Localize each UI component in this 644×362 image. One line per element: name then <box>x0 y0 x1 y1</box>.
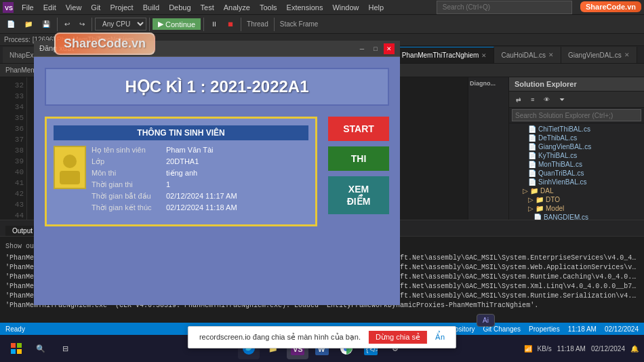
line-numbers: 3233343536373839404142434445464748495051… <box>0 77 27 220</box>
se-show-all-btn[interactable]: 👁 <box>540 95 554 104</box>
notification-icon[interactable]: 🔔 <box>630 345 639 353</box>
stack-label: Stack Frame <box>277 20 321 28</box>
svg-rect-5 <box>17 349 22 354</box>
modal-controls: ─ □ ✕ <box>357 43 395 54</box>
menu-file[interactable]: File <box>18 2 38 13</box>
sharecode-logo: ShareCode.vn <box>580 1 641 12</box>
modal-maximize-btn[interactable]: □ <box>370 43 381 54</box>
taskbar-left: 🔍 ⊟ <box>5 338 76 359</box>
se-properties-btn[interactable]: ≡ <box>527 95 538 104</box>
watermark-text: ShareCode.vn <box>54 33 155 55</box>
modal-body: THÔNG TIN SINH VIÊN Họ tên sinh viênPham… <box>45 117 389 226</box>
modal-content: HỌC KÌ 1 : 2021-2022A1 THÔNG TIN SINH VI… <box>34 57 400 305</box>
hide-link[interactable]: Ẩn <box>435 333 445 342</box>
menu-build[interactable]: Build <box>139 2 163 13</box>
tab-close-icon[interactable]: ✕ <box>481 52 487 59</box>
status-date: 02/12/2024 <box>605 325 639 333</box>
se-toolbar: ⇄ ≡ 👁 ⏷ <box>509 92 644 108</box>
thi-action-btn[interactable]: THI <box>328 146 389 171</box>
tab-close-icon[interactable]: ✕ <box>624 52 630 58</box>
menu-tools[interactable]: Tools <box>256 2 281 13</box>
se-item[interactable]: 📄KyThiBAL.cs <box>509 151 644 160</box>
se-item[interactable]: ▷📁DAL <box>509 186 644 195</box>
notification-text: recordscreen.io đang chia sẻ màn hình củ… <box>199 333 361 342</box>
stop-sharing-btn[interactable]: Dừng chia sẻ <box>369 331 427 344</box>
svg-rect-17 <box>60 171 80 184</box>
separator-3 <box>149 18 150 31</box>
pause-btn[interactable]: ⏸ <box>207 19 222 29</box>
task-view-btn[interactable]: ⊟ <box>54 338 76 359</box>
se-item[interactable]: 📄SinhVienBAL.cs <box>509 178 644 186</box>
start-action-btn[interactable]: START <box>328 117 389 141</box>
separator-6 <box>274 18 275 31</box>
status-left: Ready <box>5 325 25 333</box>
separator-5 <box>241 18 241 31</box>
taskbar-right: 📶 KB/s 11:18 AM 02/12/2024 🔔 <box>524 345 639 353</box>
menu-debug[interactable]: Debug <box>165 2 195 13</box>
modal-overlay: Đăng xuất ─ □ ✕ HỌC KÌ 1 : 2021-2022A1 T… <box>34 41 400 305</box>
student-info-row: Thời gian thi1 <box>92 180 308 189</box>
undo-btn[interactable]: ↩ <box>60 19 74 29</box>
save-btn[interactable]: 💾 <box>38 19 54 29</box>
main-search-input[interactable] <box>437 1 572 14</box>
thread-label: Thread <box>244 20 271 28</box>
se-item[interactable]: 📄MonThiBAL.cs <box>509 160 644 169</box>
open-btn[interactable]: 📁 <box>20 19 37 29</box>
solution-explorer-content: 📄ChiTietThiBAL.cs📄DeThibAL.cs📄GiangVienB… <box>509 123 644 220</box>
ai-badge: Ai <box>477 314 495 327</box>
continue-btn[interactable]: ▶ Continue <box>153 18 201 30</box>
se-item[interactable]: ▷📁DTO <box>509 195 644 204</box>
tab-giangvien-dal[interactable]: GiangVienDAL.cs ✕ <box>561 47 637 63</box>
se-item[interactable]: 📄BANGDIEM.cs <box>509 213 644 220</box>
tab-label: GiangVienDAL.cs <box>568 52 622 59</box>
new-file-btn[interactable]: 📄 <box>3 19 19 29</box>
student-info-row: Thời gian bắt đầu02/12/2024 11:17 AM <box>92 192 308 201</box>
svg-point-16 <box>63 155 77 168</box>
stop-btn[interactable]: ⏹ <box>223 19 238 29</box>
modal-close-btn[interactable]: ✕ <box>384 43 395 54</box>
student-info-row: Thời gian kết thúc02/12/2024 11:18 AM <box>92 203 308 212</box>
menu-edit[interactable]: Edit <box>39 2 60 13</box>
redo-btn[interactable]: ↪ <box>75 19 89 29</box>
menu-window[interactable]: Window <box>328 2 363 13</box>
menu-help[interactable]: Help <box>365 2 388 13</box>
tab-close-icon[interactable]: ✕ <box>548 52 554 58</box>
se-item[interactable]: 📄QuanTriBAL.cs <box>509 169 644 178</box>
start-menu-btn[interactable] <box>5 338 27 359</box>
svg-rect-3 <box>17 343 22 348</box>
student-info-row: Lớp20DTHA1 <box>92 157 308 166</box>
tab-label: PhanMemThiTracNghiem <box>402 52 479 59</box>
solution-explorer-search[interactable] <box>512 109 641 121</box>
menu-git[interactable]: Git <box>87 2 104 13</box>
se-item[interactable]: 📄GiangVienBAL.cs <box>509 142 644 151</box>
debug-config-select[interactable]: Any CPU <box>95 18 146 31</box>
menu-view[interactable]: View <box>62 2 86 13</box>
se-item[interactable]: 📄DeThibAL.cs <box>509 134 644 142</box>
separator-4 <box>203 18 204 31</box>
taskbar-time: 11:18 AM <box>557 345 586 353</box>
status-properties[interactable]: Properties <box>529 325 560 333</box>
status-ready: Ready <box>5 325 25 333</box>
tab-cauhoi-dal[interactable]: CauHoiDAL.cs ✕ <box>494 47 561 63</box>
menu-project[interactable]: Project <box>106 2 137 13</box>
student-info-box: THÔNG TIN SINH VIÊN Họ tên sinh viênPham… <box>45 117 317 226</box>
student-info-row: Môn thitiếng anh <box>92 169 308 178</box>
se-sync-btn[interactable]: ⇄ <box>512 95 525 104</box>
student-photo <box>54 146 86 189</box>
solution-explorer-panel: Solution Explorer ⇄ ≡ 👁 ⏷ 📄ChiTietThiBAL… <box>508 77 644 220</box>
menu-bar: VS File Edit View Git Project Build Debu… <box>0 0 644 15</box>
separator-2 <box>92 18 92 31</box>
menu-test[interactable]: Test <box>197 2 218 13</box>
play-icon: ▶ <box>158 20 163 28</box>
modal-minimize-btn[interactable]: ─ <box>357 43 367 54</box>
se-item[interactable]: 📄ChiTietThiBAL.cs <box>509 125 644 134</box>
menu-analyze[interactable]: Analyze <box>220 2 254 13</box>
se-filter-btn[interactable]: ⏷ <box>555 95 569 104</box>
tab-active[interactable]: PhanMemThiTracNghiem ✕ <box>395 47 495 63</box>
student-info-header: THÔNG TIN SINH VIÊN <box>54 125 308 140</box>
modal-semester-text: HỌC KÌ 1 : 2021-2022A1 <box>54 77 380 96</box>
se-item[interactable]: ▷📁Model <box>509 204 644 213</box>
menu-extensions[interactable]: Extensions <box>283 2 327 13</box>
search-taskbar-btn[interactable]: 🔍 <box>30 338 52 359</box>
xem-diem-action-btn[interactable]: XEM ĐIỂM <box>328 176 389 214</box>
